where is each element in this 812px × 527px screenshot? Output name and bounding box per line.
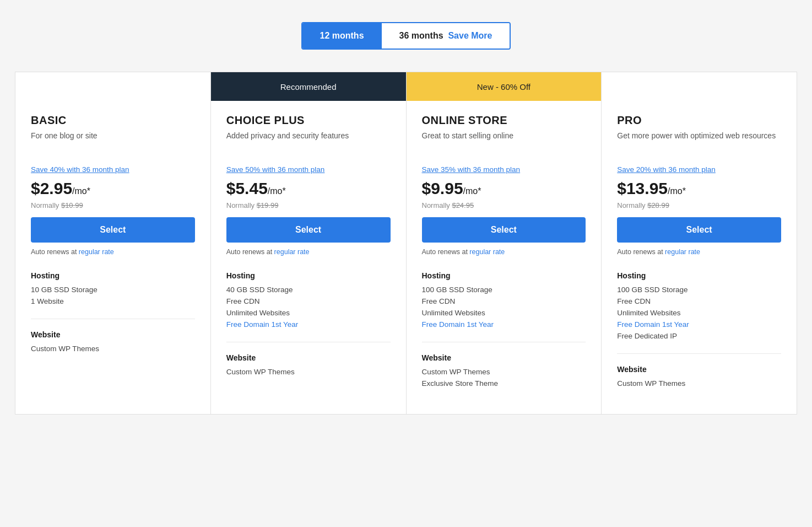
36-months-label: 36 months — [399, 31, 443, 40]
plan-badge-choice-plus: Recommended — [211, 72, 406, 101]
plan-body-basic: BASIC For one blog or site Save 40% with… — [15, 101, 210, 414]
price-normally-online-store: Normally $24.95 — [422, 201, 586, 209]
billing-toggle: 12 months 36 months Save More — [0, 22, 812, 50]
website-title-choice-plus: Website — [226, 353, 391, 362]
website-title-online-store: Website — [422, 353, 586, 362]
hosting-title-basic: Hosting — [31, 271, 195, 280]
hosting-block-pro: Hosting100 GB SSD StorageFree CDNUnlimit… — [617, 271, 781, 340]
hosting-feature-pro-0: 100 GB SSD Storage — [617, 286, 781, 294]
save-more-label: Save More — [448, 31, 492, 40]
plan-badge-pro — [602, 72, 797, 101]
auto-renew-online-store: Auto renews at regular rate — [422, 248, 586, 256]
plan-name-online-store: ONLINE STORE — [422, 114, 586, 127]
website-block-basic: WebsiteCustom WP Themes — [31, 319, 195, 353]
price-normally-basic: Normally $10.99 — [31, 201, 195, 209]
price-main-online-store: $9.95/mo* — [422, 179, 481, 197]
regular-rate-online-store: regular rate — [469, 248, 505, 256]
billing-toggle-wrapper: 12 months 36 months Save More — [301, 22, 511, 50]
select-button-online-store[interactable]: Select — [422, 217, 586, 243]
hosting-feature-choice-plus-2: Unlimited Websites — [226, 309, 391, 317]
hosting-feature-choice-plus-1: Free CDN — [226, 297, 391, 305]
plan-desc-choice-plus: Added privacy and security features — [226, 131, 391, 155]
website-feature-online-store-1: Exclusive Store Theme — [422, 379, 586, 388]
hosting-feature-online-store-1: Free CDN — [422, 297, 586, 305]
plan-col-online-store: New - 60% Off ONLINE STORE Great to star… — [407, 72, 602, 414]
hosting-block-online-store: Hosting100 GB SSD StorageFree CDNUnlimit… — [422, 271, 586, 329]
hosting-title-pro: Hosting — [617, 271, 781, 280]
website-feature-choice-plus-0: Custom WP Themes — [226, 368, 391, 376]
regular-rate-basic: regular rate — [79, 248, 114, 256]
save-link-choice-plus[interactable]: Save 50% with 36 month plan — [226, 165, 391, 174]
website-block-pro: WebsiteCustom WP Themes — [617, 353, 781, 388]
plan-col-choice-plus: Recommended CHOICE PLUS Added privacy an… — [211, 72, 407, 414]
price-main-choice-plus: $5.45/mo* — [226, 179, 286, 197]
price-block-pro: $13.95/mo* — [617, 179, 781, 198]
price-block-choice-plus: $5.45/mo* — [226, 179, 391, 198]
plan-badge-online-store: New - 60% Off — [407, 72, 602, 101]
website-block-online-store: WebsiteCustom WP ThemesExclusive Store T… — [422, 342, 586, 388]
plan-desc-basic: For one blog or site — [31, 131, 195, 155]
website-title-basic: Website — [31, 330, 195, 339]
plan-name-choice-plus: CHOICE PLUS — [226, 114, 391, 127]
hosting-block-choice-plus: Hosting40 GB SSD StorageFree CDNUnlimite… — [226, 271, 391, 329]
hosting-feature-basic-0: 10 GB SSD Storage — [31, 286, 195, 294]
hosting-feature-pro-2: Unlimited Websites — [617, 309, 781, 317]
price-block-online-store: $9.95/mo* — [422, 179, 586, 198]
auto-renew-pro: Auto renews at regular rate — [617, 248, 781, 256]
plan-name-pro: PRO — [617, 114, 781, 127]
auto-renew-choice-plus: Auto renews at regular rate — [226, 248, 391, 256]
hosting-feature-online-store-2: Unlimited Websites — [422, 309, 586, 317]
plan-name-basic: BASIC — [31, 114, 195, 127]
12-months-button[interactable]: 12 months — [302, 23, 382, 49]
save-link-online-store[interactable]: Save 35% with 36 month plan — [422, 165, 586, 174]
website-block-choice-plus: WebsiteCustom WP Themes — [226, 342, 391, 376]
save-link-pro[interactable]: Save 20% with 36 month plan — [617, 165, 781, 174]
plan-desc-pro: Get more power with optimized web resour… — [617, 131, 781, 155]
price-block-basic: $2.95/mo* — [31, 179, 195, 198]
website-feature-pro-0: Custom WP Themes — [617, 379, 781, 388]
auto-renew-basic: Auto renews at regular rate — [31, 248, 195, 256]
plan-col-basic: BASIC For one blog or site Save 40% with… — [15, 72, 211, 414]
hosting-feature-online-store-0: 100 GB SSD Storage — [422, 286, 586, 294]
hosting-feature-choice-plus-0: 40 GB SSD Storage — [226, 286, 391, 294]
price-normally-pro: Normally $28.99 — [617, 201, 781, 209]
hosting-feature-pro-1: Free CDN — [617, 297, 781, 305]
36-months-button[interactable]: 36 months Save More — [382, 23, 510, 49]
hosting-feature-pro-3[interactable]: Free Domain 1st Year — [617, 320, 781, 329]
hosting-block-basic: Hosting10 GB SSD Storage1 Website — [31, 271, 195, 305]
hosting-feature-online-store-3[interactable]: Free Domain 1st Year — [422, 320, 586, 329]
website-feature-basic-0: Custom WP Themes — [31, 345, 195, 353]
price-normally-choice-plus: Normally $19.99 — [226, 201, 391, 209]
plan-badge-basic — [15, 72, 210, 101]
website-feature-online-store-0: Custom WP Themes — [422, 368, 586, 376]
website-title-pro: Website — [617, 365, 781, 374]
plan-body-choice-plus: CHOICE PLUS Added privacy and security f… — [211, 101, 406, 414]
hosting-feature-basic-1: 1 Website — [31, 297, 195, 305]
price-main-pro: $13.95/mo* — [617, 179, 686, 197]
hosting-title-online-store: Hosting — [422, 271, 586, 280]
select-button-choice-plus[interactable]: Select — [226, 217, 391, 243]
hosting-feature-pro-4: Free Dedicated IP — [617, 332, 781, 340]
regular-rate-choice-plus: regular rate — [274, 248, 310, 256]
plan-desc-online-store: Great to start selling online — [422, 131, 586, 155]
hosting-feature-choice-plus-3[interactable]: Free Domain 1st Year — [226, 320, 391, 329]
select-button-pro[interactable]: Select — [617, 217, 781, 243]
regular-rate-pro: regular rate — [665, 248, 700, 256]
hosting-title-choice-plus: Hosting — [226, 271, 391, 280]
plans-container: BASIC For one blog or site Save 40% with… — [15, 72, 797, 415]
save-link-basic[interactable]: Save 40% with 36 month plan — [31, 165, 195, 174]
plan-body-pro: PRO Get more power with optimized web re… — [602, 101, 797, 414]
plan-body-online-store: ONLINE STORE Great to start selling onli… — [407, 101, 602, 414]
select-button-basic[interactable]: Select — [31, 217, 195, 243]
plan-col-pro: PRO Get more power with optimized web re… — [602, 72, 797, 414]
price-main-basic: $2.95/mo* — [31, 179, 90, 197]
